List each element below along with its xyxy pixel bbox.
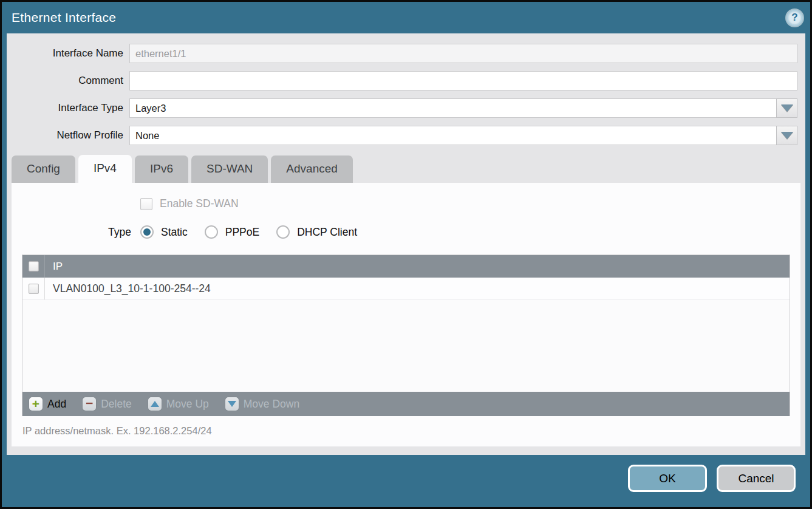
minus-icon: − xyxy=(83,397,96,411)
table-empty-area xyxy=(22,300,790,392)
netflow-profile-dropdown-button[interactable] xyxy=(776,126,797,145)
ip-format-hint: IP address/netmask. Ex. 192.168.2.254/24 xyxy=(22,425,790,437)
radio-static[interactable] xyxy=(140,225,154,239)
enable-sdwan-label: Enable SD-WAN xyxy=(160,197,239,210)
table-row[interactable]: VLAN0100_L3_10-1-100-254--24 xyxy=(22,278,790,300)
dialog-footer: OK Cancel xyxy=(2,455,810,507)
radio-dhcp-client[interactable] xyxy=(276,225,290,239)
radio-pppoe[interactable] xyxy=(205,225,218,239)
interface-name-label: Interface Name xyxy=(7,47,129,60)
dialog-titlebar: Ethernet Interface ? xyxy=(2,2,810,33)
interface-type-value[interactable] xyxy=(129,98,776,118)
enable-sdwan-checkbox xyxy=(140,198,152,210)
cancel-button[interactable]: Cancel xyxy=(717,465,796,492)
type-radio-group: Type Static PPPoE DHCP Client xyxy=(108,225,790,239)
ipv4-tab-panel: Enable SD-WAN Type Static PPPoE DHCP Cli… xyxy=(12,183,800,446)
arrow-up-icon xyxy=(148,397,162,411)
comment-label: Comment xyxy=(7,75,129,87)
radio-dhcp-client-label[interactable]: DHCP Client xyxy=(297,226,357,239)
help-icon[interactable]: ? xyxy=(786,10,803,26)
interface-type-dropdown-button[interactable] xyxy=(776,98,797,118)
interface-type-select[interactable] xyxy=(129,98,797,118)
tab-ipv6[interactable]: IPv6 xyxy=(135,155,188,183)
netflow-profile-value[interactable] xyxy=(129,126,776,145)
tab-strip: Config IPv4 IPv6 SD-WAN Advanced xyxy=(7,153,805,183)
plus-icon: + xyxy=(29,397,43,411)
add-button[interactable]: + Add xyxy=(29,397,66,411)
tab-config[interactable]: Config xyxy=(12,155,75,183)
ok-button[interactable]: OK xyxy=(628,465,707,492)
interface-name-field xyxy=(129,44,797,63)
dialog-title: Ethernet Interface xyxy=(12,10,116,25)
radio-pppoe-label[interactable]: PPPoE xyxy=(225,226,259,239)
table-toolbar: + Add − Delete Move Up Move Down xyxy=(22,392,790,416)
tab-sdwan[interactable]: SD-WAN xyxy=(191,155,268,183)
comment-row: Comment xyxy=(7,71,797,91)
tab-ipv4[interactable]: IPv4 xyxy=(78,155,132,183)
ip-table-header: IP xyxy=(22,255,790,278)
dialog-content: Interface Name Comment Interface Type Ne… xyxy=(7,33,805,455)
row-checkbox-column xyxy=(22,278,45,299)
interface-type-row: Interface Type xyxy=(7,98,797,118)
arrow-down-icon xyxy=(225,397,239,411)
netflow-profile-row: Netflow Profile xyxy=(7,126,797,145)
ip-column-header: IP xyxy=(45,261,63,273)
ethernet-interface-dialog: Ethernet Interface ? Interface Name Comm… xyxy=(0,0,812,509)
comment-field[interactable] xyxy=(129,71,797,91)
delete-button: − Delete xyxy=(83,397,132,411)
radio-static-label[interactable]: Static xyxy=(161,226,188,239)
enable-sdwan-row: Enable SD-WAN xyxy=(140,197,790,210)
interface-type-label: Interface Type xyxy=(7,102,129,114)
netflow-profile-label: Netflow Profile xyxy=(7,129,129,142)
move-down-button: Move Down xyxy=(225,397,299,411)
chevron-down-icon xyxy=(781,104,793,112)
ip-table: IP VLAN0100_L3_10-1-100-254--24 + Add xyxy=(22,254,790,416)
select-all-column xyxy=(22,255,45,278)
chevron-down-icon xyxy=(781,132,793,139)
ip-cell[interactable]: VLAN0100_L3_10-1-100-254--24 xyxy=(45,282,211,295)
interface-name-row: Interface Name xyxy=(7,44,797,63)
select-all-checkbox[interactable] xyxy=(29,261,39,272)
type-label: Type xyxy=(108,226,131,239)
row-checkbox[interactable] xyxy=(29,284,39,294)
tab-advanced[interactable]: Advanced xyxy=(271,155,353,183)
move-up-button: Move Up xyxy=(148,397,209,411)
netflow-profile-select[interactable] xyxy=(129,126,797,145)
